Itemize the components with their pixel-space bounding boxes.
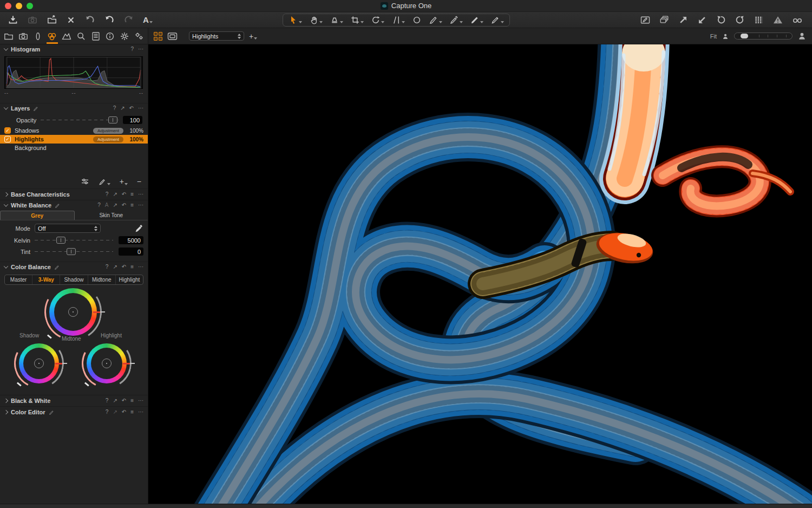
help-icon[interactable]: ?: [97, 203, 101, 208]
straighten-tool-icon[interactable]: [391, 15, 405, 25]
add-layer-icon[interactable]: +: [120, 178, 128, 185]
opacity-slider[interactable]: [41, 116, 119, 123]
add-clone-viewer-button[interactable]: +: [249, 32, 257, 41]
tint-value[interactable]: 0: [119, 248, 143, 256]
layer-brush-icon[interactable]: [99, 178, 110, 186]
expand-icon[interactable]: ↗: [113, 409, 117, 415]
erase-mask-tool-icon[interactable]: [490, 15, 504, 25]
color-balance-header[interactable]: Color Balance ? ↗ ↶ ≡ ···: [0, 262, 148, 272]
segment-3way[interactable]: 3-Way: [32, 275, 60, 284]
more-icon[interactable]: ···: [138, 398, 143, 403]
pick-color-tool-icon[interactable]: [449, 15, 463, 25]
loupe-tool-icon[interactable]: [330, 15, 343, 25]
tab-exposure[interactable]: [60, 28, 74, 44]
tab-settings[interactable]: [118, 28, 132, 44]
color-editor-header[interactable]: Color Editor ? ↗ ↶ ≡ ···: [0, 407, 148, 417]
white-balance-header[interactable]: White Balance ? A ↗ ↶ ≡ ···: [0, 200, 148, 210]
midtone-color-wheel[interactable]: [49, 288, 97, 336]
undo-icon[interactable]: [104, 15, 115, 25]
opacity-value[interactable]: 100: [123, 116, 142, 124]
tab-color[interactable]: [45, 28, 59, 44]
proof-grid-icon[interactable]: [754, 15, 764, 25]
shadow-color-wheel[interactable]: [19, 343, 59, 383]
auto-adjust-icon[interactable]: A: [105, 203, 109, 208]
exposure-warning-icon[interactable]: [772, 15, 783, 25]
menu-icon[interactable]: ≡: [130, 203, 134, 208]
export-icon[interactable]: [47, 15, 57, 25]
tab-details[interactable]: [75, 28, 88, 44]
help-icon[interactable]: ?: [106, 409, 109, 415]
rotate-left-icon[interactable]: [716, 15, 726, 25]
tab-capture[interactable]: [17, 28, 30, 44]
tab-process[interactable]: [132, 28, 146, 44]
expand-icon[interactable]: ↗: [113, 192, 117, 197]
pan-tool-icon[interactable]: [309, 15, 323, 25]
multi-view-grid-icon[interactable]: [154, 32, 162, 41]
close-window-button[interactable]: [5, 3, 11, 9]
more-icon[interactable]: ···: [138, 106, 143, 111]
layers-header[interactable]: Layers ? ↗ ↶ ···: [0, 103, 148, 113]
zoom-in-person-icon[interactable]: [797, 31, 807, 41]
single-view-icon[interactable]: [167, 32, 178, 41]
menu-icon[interactable]: ≡: [130, 398, 134, 403]
expand-icon[interactable]: ↗: [113, 398, 117, 403]
more-icon[interactable]: ···: [138, 203, 143, 208]
zoom-slider[interactable]: [734, 32, 793, 40]
reset-icon[interactable]: ↶: [122, 409, 126, 415]
menu-icon[interactable]: ≡: [130, 409, 134, 415]
layer-row-background[interactable]: Background: [0, 144, 148, 152]
more-icon[interactable]: ···: [138, 47, 143, 52]
menu-icon[interactable]: ≡: [130, 192, 134, 197]
edit-variants-icon[interactable]: [640, 15, 651, 25]
tab-library[interactable]: [2, 28, 16, 44]
reset-icon[interactable]: ↶: [122, 398, 126, 403]
black-white-header[interactable]: Black & White ? ↗ ↶ ≡ ···: [0, 396, 148, 406]
tint-slider[interactable]: [35, 248, 113, 255]
layer-row-shadows[interactable]: ✓ Shadows Adjustment 100%: [0, 126, 148, 135]
segment-master[interactable]: Master: [5, 275, 32, 284]
more-icon[interactable]: ···: [138, 409, 143, 415]
segment-midtone[interactable]: Midtone: [88, 275, 115, 284]
wb-eyedropper-icon[interactable]: [135, 224, 143, 233]
spot-removal-tool-icon[interactable]: [412, 15, 422, 25]
minimize-window-button[interactable]: [16, 3, 22, 9]
pointer-tool-icon[interactable]: [289, 15, 302, 25]
tab-skin-tone[interactable]: Skin Tone: [75, 211, 148, 220]
reset-icon[interactable]: ↶: [122, 203, 126, 208]
zoom-slider-knob[interactable]: [741, 34, 748, 38]
proof-glasses-icon[interactable]: [791, 15, 803, 25]
draw-mask-tool-icon[interactable]: [429, 15, 442, 25]
more-icon[interactable]: ···: [138, 192, 143, 197]
help-icon[interactable]: ?: [106, 264, 109, 270]
zoom-window-button[interactable]: [27, 3, 33, 9]
fill-mask-tool-icon[interactable]: [470, 15, 483, 25]
help-icon[interactable]: ?: [130, 47, 134, 52]
expand-icon[interactable]: ↗: [120, 106, 125, 111]
highlight-color-wheel[interactable]: [87, 343, 127, 383]
help-icon[interactable]: ?: [113, 106, 116, 111]
reset-icon[interactable]: ↶: [129, 106, 134, 111]
zoom-out-person-icon[interactable]: [722, 32, 729, 40]
layer-checkbox[interactable]: ✓: [4, 127, 11, 134]
rotate-right-icon[interactable]: [735, 15, 745, 25]
tab-metadata[interactable]: [89, 28, 102, 44]
import-icon[interactable]: [8, 15, 18, 25]
promote-variant-icon[interactable]: [678, 15, 689, 25]
more-icon[interactable]: ···: [138, 264, 143, 270]
tab-grey[interactable]: Grey: [0, 211, 75, 220]
histogram-header[interactable]: Histogram ? ···: [0, 44, 148, 54]
tab-lens[interactable]: [31, 28, 44, 44]
expand-icon[interactable]: ↗: [113, 203, 117, 208]
demote-variant-icon[interactable]: [697, 15, 708, 25]
text-style-icon[interactable]: A: [143, 16, 153, 24]
layer-row-highlights[interactable]: ✓ Highlights Adjustment 100%: [0, 135, 148, 144]
wb-mode-dropdown[interactable]: Off: [35, 224, 101, 233]
base-characteristics-header[interactable]: Base Characteristics ? ↗ ↶ ≡ ···: [0, 190, 148, 199]
variant-selector-dropdown[interactable]: Highlights: [189, 31, 244, 41]
zoom-fit-label[interactable]: Fit: [710, 33, 717, 40]
layer-checkbox[interactable]: ✓: [4, 136, 11, 142]
reset-icon[interactable]: ↶: [122, 264, 126, 270]
clone-variants-icon[interactable]: [659, 15, 670, 25]
help-icon[interactable]: ?: [106, 398, 109, 403]
help-icon[interactable]: ?: [106, 192, 109, 197]
